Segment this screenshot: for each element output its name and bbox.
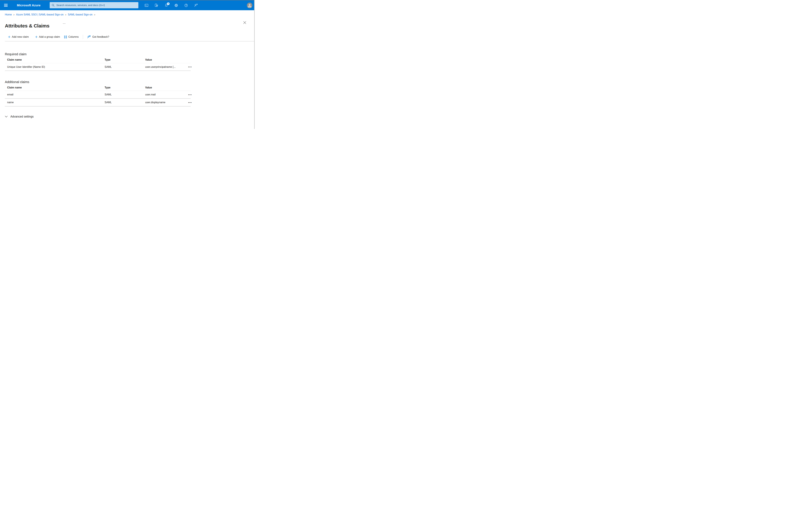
breadcrumb-separator: > bbox=[65, 13, 66, 17]
claim-value-cell: user.mail bbox=[145, 93, 184, 96]
global-search[interactable] bbox=[50, 2, 138, 8]
breadcrumb-link-saml-signon[interactable]: SAML-based Sign-on bbox=[68, 13, 93, 16]
top-bar-icons: 6 bbox=[144, 0, 198, 10]
search-icon bbox=[52, 4, 55, 7]
close-icon bbox=[243, 21, 246, 24]
columns-button[interactable]: Columns bbox=[64, 35, 79, 38]
plus-icon bbox=[35, 36, 37, 38]
column-header-value: Value bbox=[145, 58, 184, 61]
close-button[interactable] bbox=[243, 21, 246, 24]
hamburger-icon bbox=[4, 4, 8, 4]
additional-claims-table: Claim name Type Value email SAML user.ma… bbox=[5, 84, 191, 106]
column-header-claim-name: Claim name bbox=[7, 58, 105, 61]
claim-value-cell: user.displayname bbox=[145, 101, 184, 104]
breadcrumb: Home > Azure SAML SSO | SAML-based Sign-… bbox=[5, 13, 95, 16]
notifications-button[interactable]: 6 bbox=[164, 3, 168, 7]
cloud-shell-icon bbox=[145, 3, 148, 7]
claim-type-cell: SAML bbox=[105, 65, 145, 69]
cloud-shell-button[interactable] bbox=[144, 3, 149, 7]
window-top-border bbox=[0, 0, 255, 0]
feedback-button[interactable] bbox=[194, 3, 198, 7]
page-title: Attributes & Claims bbox=[5, 23, 50, 29]
claim-name-cell: Unique User Identifier (Name ID) bbox=[7, 65, 105, 69]
notification-badge: 6 bbox=[167, 2, 170, 5]
chevron-down-icon bbox=[5, 116, 8, 117]
azure-top-bar: Microsoft Azure bbox=[0, 0, 255, 10]
gear-icon bbox=[174, 3, 178, 7]
claim-name-cell: name bbox=[7, 101, 105, 104]
claim-type-cell: SAML bbox=[105, 93, 145, 96]
advanced-settings-toggle[interactable]: Advanced settings bbox=[5, 114, 34, 119]
breadcrumb-link-app[interactable]: Azure SAML SSO | SAML-based Sign-on bbox=[16, 13, 64, 16]
got-feedback-button[interactable]: Got feedback? bbox=[87, 35, 109, 39]
breadcrumb-link-home[interactable]: Home bbox=[5, 13, 12, 16]
columns-label: Columns bbox=[68, 35, 79, 38]
table-header-row: Claim name Type Value bbox=[5, 84, 191, 91]
row-menu-button[interactable]: ••• bbox=[184, 101, 193, 104]
command-bar: Add new claim Add a group claim Columns bbox=[5, 33, 255, 40]
add-new-claim-button[interactable]: Add new claim bbox=[8, 35, 29, 38]
table-row[interactable]: email SAML user.mail ••• bbox=[5, 91, 191, 99]
additional-claims-heading: Additional claims bbox=[5, 80, 29, 84]
breadcrumb-separator: > bbox=[13, 13, 14, 17]
required-claim-table: Claim name Type Value Unique User Identi… bbox=[5, 57, 191, 71]
azure-brand[interactable]: Microsoft Azure bbox=[17, 4, 40, 7]
breadcrumb-separator: > bbox=[94, 13, 95, 17]
azure-portal-page: Microsoft Azure bbox=[0, 0, 255, 129]
add-new-claim-label: Add new claim bbox=[12, 35, 29, 38]
column-header-value: Value bbox=[145, 86, 184, 89]
account-avatar[interactable] bbox=[247, 3, 252, 8]
person-silhouette-icon bbox=[247, 3, 252, 8]
window-scrollbar-strip[interactable] bbox=[254, 0, 255, 129]
search-input[interactable] bbox=[56, 4, 137, 7]
claim-name-cell: email bbox=[7, 93, 105, 96]
svg-text:?: ? bbox=[185, 4, 187, 6]
required-claim-heading: Required claim bbox=[5, 52, 27, 56]
columns-icon bbox=[64, 36, 67, 38]
column-header-claim-name: Claim name bbox=[7, 86, 105, 89]
plus-icon bbox=[8, 36, 10, 38]
claim-value-cell: user.userprincipalname [... bbox=[145, 65, 184, 69]
feedback-person-icon bbox=[87, 35, 91, 39]
advanced-settings-label: Advanced settings bbox=[10, 115, 34, 118]
column-header-type: Type bbox=[105, 58, 145, 61]
add-group-claim-button[interactable]: Add a group claim bbox=[35, 35, 60, 38]
directory-filter-button[interactable] bbox=[154, 3, 158, 7]
help-button[interactable]: ? bbox=[184, 3, 188, 7]
hamburger-menu-button[interactable] bbox=[4, 3, 9, 8]
row-menu-button[interactable]: ••• bbox=[184, 93, 193, 96]
table-row[interactable]: name SAML user.displayname ••• bbox=[5, 99, 191, 106]
toolbar-underline bbox=[5, 41, 255, 42]
claim-type-cell: SAML bbox=[105, 101, 145, 104]
add-group-claim-label: Add a group claim bbox=[39, 35, 60, 38]
settings-button[interactable] bbox=[174, 3, 178, 7]
table-row[interactable]: Unique User Identifier (Name ID) SAML us… bbox=[5, 63, 191, 71]
column-header-type: Type bbox=[105, 86, 145, 89]
user-feedback-icon bbox=[194, 3, 198, 7]
title-overflow-menu[interactable]: … bbox=[63, 21, 66, 24]
help-icon: ? bbox=[184, 3, 188, 7]
got-feedback-label: Got feedback? bbox=[92, 35, 109, 38]
directory-filter-icon bbox=[154, 3, 158, 7]
row-menu-button[interactable]: ••• bbox=[184, 66, 193, 68]
table-header-row: Claim name Type Value bbox=[5, 57, 191, 63]
